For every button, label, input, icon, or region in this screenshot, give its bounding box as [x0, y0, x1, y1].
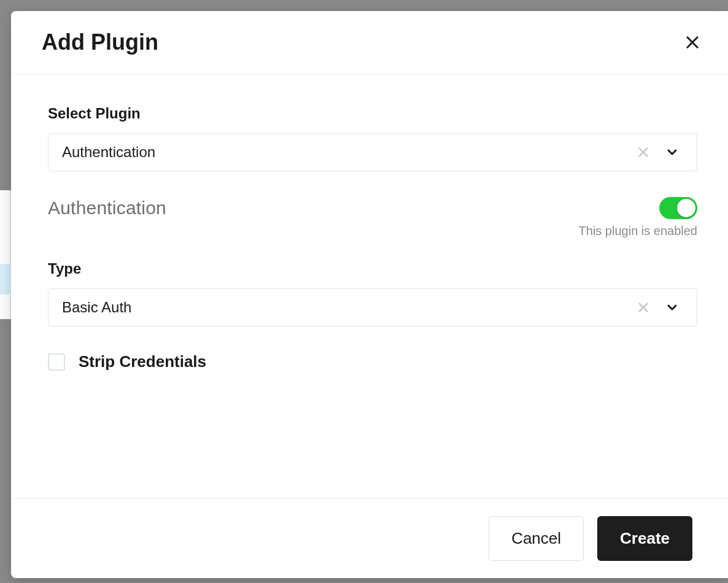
- plugin-enabled-caption: This plugin is enabled: [48, 224, 697, 238]
- select-plugin-label: Select Plugin: [48, 105, 697, 122]
- strip-credentials-row: Strip Credentials: [48, 352, 697, 371]
- type-field: Type: [48, 260, 697, 326]
- x-icon: [637, 145, 650, 159]
- clear-plugin-button[interactable]: [637, 145, 650, 159]
- plugin-section-header: Authentication: [48, 197, 697, 219]
- select-plugin-value[interactable]: [48, 134, 637, 171]
- strip-credentials-label: Strip Credentials: [79, 352, 206, 371]
- close-button[interactable]: [681, 31, 703, 53]
- create-button[interactable]: Create: [597, 516, 692, 561]
- clear-type-button[interactable]: [637, 301, 650, 314]
- x-icon: [637, 301, 650, 314]
- background-fragment-highlight: [0, 264, 11, 295]
- modal-body: Select Plugin: [11, 74, 728, 498]
- cancel-button[interactable]: Cancel: [489, 516, 584, 561]
- modal-footer: Cancel Create: [11, 498, 728, 578]
- chevron-down-icon: [665, 145, 680, 160]
- chevron-down-icon: [665, 300, 680, 315]
- modal-title: Add Plugin: [42, 29, 158, 55]
- select-controls: [637, 145, 697, 160]
- background-fragment: [0, 190, 11, 319]
- type-dropdown[interactable]: [48, 288, 697, 326]
- select-plugin-dropdown[interactable]: [48, 133, 697, 171]
- plugin-enabled-toggle[interactable]: [659, 197, 697, 219]
- select-controls: [637, 300, 697, 315]
- type-value[interactable]: [48, 289, 637, 326]
- strip-credentials-checkbox[interactable]: [48, 353, 65, 371]
- plugin-section-title: Authentication: [48, 198, 166, 218]
- modal-header: Add Plugin: [11, 11, 728, 74]
- type-dropdown-toggle[interactable]: [665, 300, 680, 315]
- type-label: Type: [48, 260, 697, 277]
- close-icon: [684, 34, 701, 51]
- toggle-knob: [677, 199, 695, 217]
- plugin-dropdown-toggle[interactable]: [665, 145, 680, 160]
- add-plugin-modal: Add Plugin Select Plugin: [11, 11, 728, 578]
- select-plugin-field: Select Plugin: [48, 105, 697, 171]
